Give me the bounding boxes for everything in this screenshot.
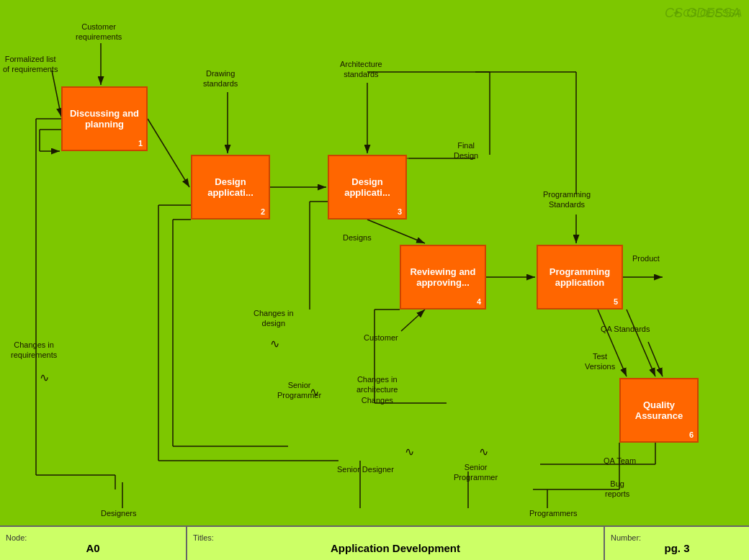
footer: Node: A0 Titles: Application Development… (0, 525, 749, 560)
footer-node: Node: A0 (0, 527, 187, 560)
svg-line-15 (627, 310, 655, 376)
process-box-5[interactable]: Programmingapplication 5 (537, 245, 623, 310)
svg-line-30 (401, 310, 425, 331)
label-programming-standards: ProgrammingStandards (543, 189, 591, 210)
footer-titles: Titles: Application Development (187, 527, 605, 560)
process-num-5: 5 (614, 297, 618, 306)
footer-number: Number: pg. 3 (605, 527, 749, 560)
label-senior-programmer-2: SeniorProgrammer (454, 462, 498, 483)
label-qa-team: QA Team (604, 456, 636, 466)
process-num-2: 2 (261, 207, 265, 216)
diagram: CS ODESSA (0, 0, 749, 525)
process-num-1: 1 (138, 139, 143, 148)
label-customer: Customer (364, 333, 398, 343)
svg-line-8 (367, 220, 425, 243)
footer-titles-label: Titles: (193, 533, 598, 542)
zigzag-1: ∿ (40, 371, 49, 384)
process-box-2[interactable]: Designapplicati... 2 (191, 155, 270, 220)
process-box-6[interactable]: QualityAssurance 6 (619, 378, 699, 443)
label-drawing-standards: Drawingstandards (203, 68, 238, 89)
label-bug-reports: Bugreports (605, 479, 629, 500)
label-changes-design: Changes indesign (254, 308, 294, 329)
label-qa-standards: QA Standards (601, 324, 650, 334)
process-box-3[interactable]: Designapplicati... 3 (328, 155, 407, 220)
label-formalized: Formalized listof requirements (3, 54, 58, 75)
process-box-1[interactable]: Discussing andplanning 1 (61, 86, 148, 151)
label-product: Product (632, 253, 660, 263)
zigzag-2: ∿ (270, 337, 279, 351)
logo: ✦ CS ODESSA (671, 7, 742, 19)
process-num-4: 4 (477, 297, 481, 306)
zigzag-5: ∿ (479, 445, 488, 459)
process-box-4[interactable]: Reviewing andapproving... 4 (400, 245, 486, 310)
footer-number-value: pg. 3 (611, 542, 743, 554)
process-label-3: Designapplicati... (344, 176, 390, 198)
process-label-6: QualityAssurance (635, 399, 683, 421)
label-customer-requirements: Customerrequirements (76, 22, 122, 42)
footer-node-value: A0 (6, 542, 180, 554)
svg-line-6 (148, 119, 189, 187)
footer-node-label: Node: (6, 533, 180, 542)
process-num-3: 3 (398, 207, 402, 216)
label-final-design: FinalDesign (454, 140, 478, 161)
label-changes-arch: Changes inarchitectureChanges (356, 374, 398, 405)
footer-number-label: Number: (611, 533, 743, 542)
label-arch-standards: Architecturestandards (340, 59, 382, 80)
zigzag-3: ∿ (310, 385, 319, 399)
process-label-4: Reviewing andapproving... (410, 266, 475, 288)
svg-line-16 (648, 342, 663, 376)
process-label-1: Discussing andplanning (70, 108, 139, 130)
label-changes-requirements: Changes inrequirements (11, 340, 57, 361)
label-test-versions: TestVersions (585, 351, 615, 372)
label-senior-designer: Senior Designer (337, 464, 394, 474)
svg-line-3 (52, 71, 61, 117)
process-label-5: Programmingapplication (550, 266, 611, 288)
footer-titles-value: Application Development (193, 542, 598, 554)
zigzag-4: ∿ (405, 445, 414, 459)
label-designers: Designers (101, 508, 137, 518)
process-label-2: Designapplicati... (207, 176, 254, 198)
label-programmers: Programmers (529, 508, 578, 518)
label-designs: Designs (343, 232, 372, 243)
process-num-6: 6 (689, 430, 694, 439)
